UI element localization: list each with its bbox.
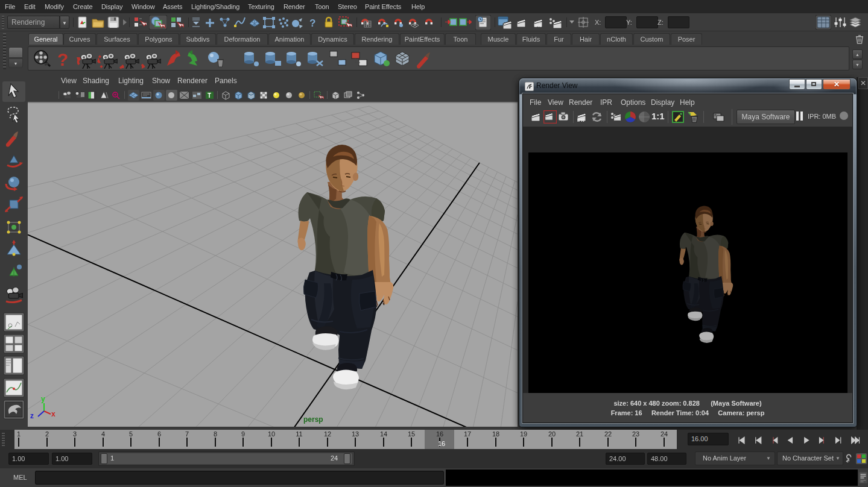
svg-text:persp: persp (303, 415, 323, 424)
svg-text:IPR: IPR (577, 118, 584, 122)
svg-text:IPR: IPR (534, 24, 542, 28)
svg-text:?: ? (309, 17, 315, 29)
svg-text:x: x (51, 410, 55, 418)
svg-text:?: ? (57, 49, 68, 69)
svg-text:y: y (41, 395, 45, 403)
svg-text:z: z (30, 412, 34, 420)
svg-text:T: T (207, 92, 211, 99)
